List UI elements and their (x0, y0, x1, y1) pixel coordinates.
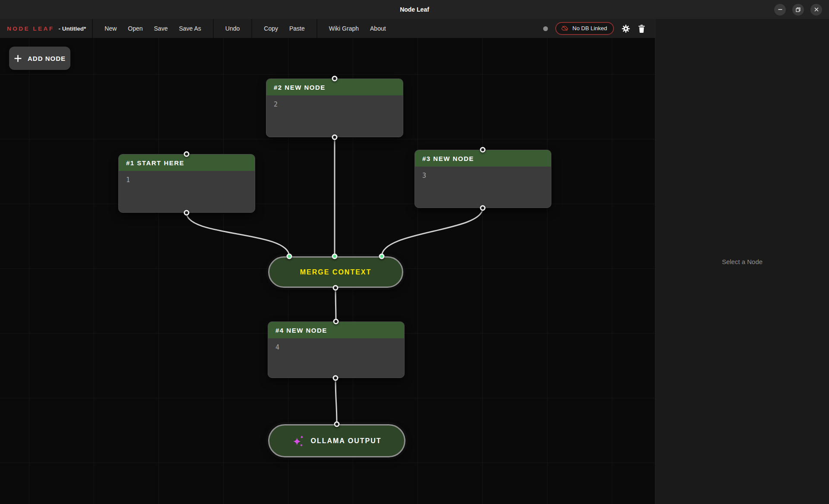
edge-n4-to-ollama (335, 378, 337, 424)
cloud-off-icon (561, 25, 569, 32)
edge-merge-to-n4 (335, 288, 336, 321)
node-title: #1 START HERE (119, 154, 255, 171)
node-3-new-node[interactable]: #3 NEW NODE 3 (414, 150, 551, 208)
titlebar: Node Leaf (0, 0, 829, 19)
node-title: #3 NEW NODE (415, 150, 551, 167)
port-n1-input[interactable] (184, 151, 190, 157)
menu-item-paste[interactable]: Paste (284, 19, 310, 38)
add-node-label: ADD NODE (28, 55, 66, 62)
node-1-start-here[interactable]: #1 START HERE 1 (118, 154, 255, 213)
db-status-label: No DB Linked (573, 25, 607, 32)
port-n1-output[interactable] (184, 210, 190, 216)
settings-button[interactable] (621, 24, 630, 33)
merge-context-node[interactable]: MERGE CONTEXT (268, 256, 403, 288)
window-title: Node Leaf (400, 6, 429, 13)
node-body-text: 4 (268, 338, 404, 356)
node-4-new-node[interactable]: #4 NEW NODE 4 (268, 321, 405, 378)
ollama-output-label: OLLAMA OUTPUT (310, 437, 381, 445)
panel-empty-state: Select a Node (722, 258, 763, 265)
menu-item-wiki-graph[interactable]: Wiki Graph (323, 19, 364, 38)
edge-n1-to-merge (187, 213, 289, 256)
port-n3-output[interactable] (480, 205, 486, 211)
plus-icon (14, 54, 22, 63)
menu-item-save-as[interactable]: Save As (173, 19, 206, 38)
ollama-output-node[interactable]: OLLAMA OUTPUT (268, 424, 405, 457)
merge-context-label: MERGE CONTEXT (300, 268, 372, 276)
port-n4-output[interactable] (333, 375, 339, 381)
restore-button[interactable] (792, 4, 804, 16)
menu-separator (251, 19, 252, 38)
restore-icon (795, 7, 801, 13)
port-n2-output[interactable] (332, 135, 338, 140)
close-icon (814, 7, 819, 12)
node-body-text: 1 (119, 171, 255, 189)
close-button[interactable] (810, 4, 822, 16)
port-merge-output[interactable] (333, 285, 339, 291)
menu-separator (316, 19, 317, 38)
delete-button[interactable] (638, 24, 645, 33)
menu-separator (92, 19, 93, 38)
menu-item-open[interactable]: Open (122, 19, 148, 38)
menu-item-new[interactable]: New (99, 19, 122, 38)
minimize-button[interactable] (774, 4, 786, 16)
menu-item-copy[interactable]: Copy (258, 19, 284, 38)
node-canvas[interactable]: ADD NODE #2 NEW NODE 2 #1 START HERE 1 #… (0, 38, 655, 504)
port-n2-input[interactable] (332, 76, 338, 82)
app-logo: NODE LEAF (7, 25, 54, 32)
node-body-text: 3 (415, 167, 551, 185)
port-n4-input[interactable] (333, 319, 339, 324)
workspace: NODE LEAF - Untitled* New Open Save Save… (0, 19, 655, 504)
inspector-panel: Select a Node (655, 19, 829, 504)
status-indicator-dot (543, 26, 548, 31)
node-2-new-node[interactable]: #2 NEW NODE 2 (266, 79, 403, 137)
node-title: #2 NEW NODE (266, 79, 403, 95)
edge-n3-to-merge (382, 208, 483, 256)
window-controls (774, 0, 822, 19)
trash-icon (638, 24, 645, 33)
menu-item-save[interactable]: Save (149, 19, 174, 38)
node-body-text: 2 (266, 95, 403, 113)
port-merge-input-3[interactable] (379, 254, 385, 259)
document-name: - Untitled* (59, 25, 86, 32)
db-status-badge[interactable]: No DB Linked (555, 22, 614, 35)
port-n3-input[interactable] (480, 147, 486, 153)
menu-item-about[interactable]: About (364, 19, 392, 38)
add-node-button[interactable]: ADD NODE (9, 47, 70, 70)
menu-item-undo[interactable]: Undo (220, 19, 245, 38)
sparkles-icon (292, 435, 305, 447)
gear-icon (621, 24, 630, 33)
menubar-right: No DB Linked (543, 22, 655, 35)
port-ollama-input[interactable] (334, 422, 340, 427)
port-merge-input-1[interactable] (287, 254, 292, 259)
port-merge-input-2[interactable] (332, 254, 338, 259)
node-title: #4 NEW NODE (268, 322, 404, 338)
menubar: NODE LEAF - Untitled* New Open Save Save… (0, 19, 655, 38)
minimize-icon (778, 7, 783, 12)
menu-separator (213, 19, 214, 38)
